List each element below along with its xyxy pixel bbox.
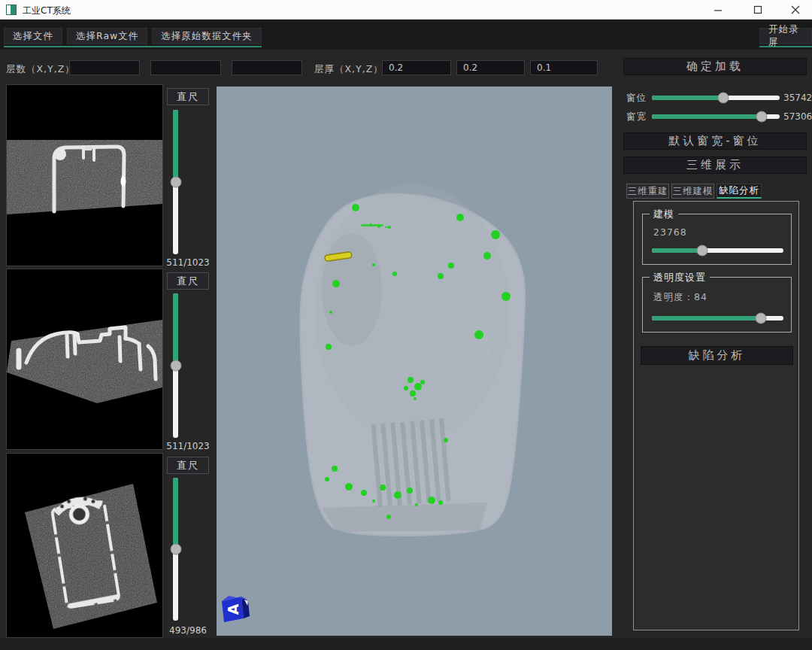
modeling-group: 建模 23768 bbox=[642, 214, 792, 265]
slice-view-sagittal[interactable] bbox=[6, 453, 163, 638]
slice-slider-3[interactable] bbox=[173, 478, 178, 621]
app-icon bbox=[6, 5, 17, 15]
toolbar: 选择文件 选择Raw文件 选择原始数据文件夹 开始录屏 bbox=[0, 20, 812, 50]
slice-position-1: 511/1023 bbox=[159, 257, 217, 268]
tab-3d-modeling[interactable]: 三维建模 bbox=[671, 184, 714, 199]
slider-fill bbox=[652, 316, 761, 320]
start-recording-button[interactable]: 开始录屏 bbox=[759, 28, 812, 44]
slider-thumb[interactable] bbox=[718, 93, 729, 104]
display-3d-button[interactable]: 三维展示 bbox=[623, 156, 807, 174]
thickness-y-input[interactable] bbox=[456, 60, 525, 75]
minimize-button[interactable] bbox=[701, 0, 735, 20]
transparency-value: 透明度：84 bbox=[653, 291, 707, 304]
thickness-x-input[interactable] bbox=[382, 60, 451, 75]
slider-fill bbox=[652, 248, 702, 253]
window-width-value: 57306 bbox=[783, 111, 812, 122]
slice-image-axial bbox=[7, 85, 162, 266]
thickness-z-input[interactable] bbox=[530, 60, 598, 75]
record-button-wrap: 开始录屏 bbox=[759, 28, 812, 47]
minimize-icon bbox=[714, 5, 723, 14]
svg-text:A: A bbox=[225, 603, 241, 615]
confirm-load-button[interactable]: 确定加载 bbox=[623, 58, 807, 75]
close-icon bbox=[791, 5, 800, 14]
tab-3d-reconstruction[interactable]: 三维重建 bbox=[626, 184, 669, 199]
defect-analysis-panel: 建模 23768 透明度设置 透明度：84 缺陷分析 bbox=[633, 201, 799, 630]
slider-fill bbox=[652, 96, 723, 100]
slice-slider-1[interactable] bbox=[173, 110, 178, 254]
slice-view-coronal[interactable] bbox=[6, 269, 163, 450]
layers-y-input[interactable] bbox=[150, 60, 221, 75]
slice-image-sagittal bbox=[7, 454, 162, 637]
ruler-button-3[interactable]: 直尺 bbox=[167, 457, 209, 474]
window-level-value: 35742 bbox=[783, 93, 812, 103]
transparency-group: 透明度设置 透明度：84 bbox=[642, 277, 792, 333]
transparency-group-title: 透明度设置 bbox=[650, 271, 710, 284]
file-button-group: 选择文件 选择Raw文件 选择原始数据文件夹 bbox=[4, 28, 262, 47]
window-width-slider[interactable] bbox=[652, 114, 780, 119]
modeling-value: 23768 bbox=[653, 226, 687, 238]
thickness-label: 层厚（X,Y,Z） bbox=[314, 63, 383, 76]
slider-thumb[interactable] bbox=[756, 313, 767, 324]
defect-analysis-button[interactable]: 缺陷分析 bbox=[641, 346, 793, 365]
select-file-button[interactable]: 选择文件 bbox=[4, 28, 62, 44]
slice-image-coronal bbox=[7, 269, 162, 449]
window-level-slider[interactable] bbox=[652, 96, 780, 100]
volume-object bbox=[300, 184, 525, 536]
slice-position-2: 511/1023 bbox=[159, 441, 217, 451]
modeling-slider[interactable] bbox=[652, 248, 783, 253]
close-button[interactable] bbox=[779, 0, 812, 20]
app-window: 工业CT系统 选择文件 选择Raw文件 选择原始数据文件夹 开始录屏 层数（X,… bbox=[0, 0, 812, 650]
volume-render: A bbox=[217, 87, 612, 636]
slice-position-3: 493/986 bbox=[159, 625, 217, 636]
titlebar: 工业CT系统 bbox=[0, 0, 812, 20]
orientation-cube-icon[interactable]: A bbox=[222, 596, 250, 622]
viewport-3d[interactable]: A bbox=[217, 87, 612, 636]
window-level-label: 窗位 bbox=[626, 92, 647, 105]
layers-label: 层数（X,Y,Z） bbox=[6, 63, 75, 76]
slider-fill bbox=[173, 110, 178, 182]
slice-view-axial[interactable] bbox=[6, 84, 163, 266]
select-raw-file-button[interactable]: 选择Raw文件 bbox=[67, 28, 147, 44]
slice-slider-2[interactable] bbox=[173, 293, 178, 438]
slider-thumb[interactable] bbox=[170, 360, 181, 372]
slider-fill bbox=[173, 293, 178, 366]
select-raw-data-folder-button[interactable]: 选择原始数据文件夹 bbox=[152, 28, 262, 44]
ruler-button-1[interactable]: 直尺 bbox=[167, 88, 209, 105]
maximize-button[interactable] bbox=[741, 0, 774, 20]
transparency-slider[interactable] bbox=[652, 316, 783, 320]
window-width-label: 窗宽 bbox=[626, 111, 647, 123]
slider-thumb[interactable] bbox=[696, 245, 707, 257]
slider-fill bbox=[652, 114, 762, 119]
slider-fill bbox=[173, 478, 178, 549]
ruler-button-2[interactable]: 直尺 bbox=[167, 272, 209, 290]
slider-thumb[interactable] bbox=[170, 544, 181, 555]
layers-x-input[interactable] bbox=[69, 60, 140, 75]
modeling-group-title: 建模 bbox=[650, 208, 678, 221]
window-title: 工业CT系统 bbox=[23, 5, 71, 17]
slider-thumb[interactable] bbox=[756, 111, 768, 123]
layers-z-input[interactable] bbox=[232, 60, 302, 75]
default-ww-wl-button[interactable]: 默认窗宽-窗位 bbox=[623, 132, 807, 150]
window-bottom-edge bbox=[0, 638, 812, 650]
slider-thumb[interactable] bbox=[170, 177, 181, 188]
maximize-icon bbox=[753, 5, 762, 14]
tab-defect-analysis[interactable]: 缺陷分析 bbox=[717, 184, 762, 199]
